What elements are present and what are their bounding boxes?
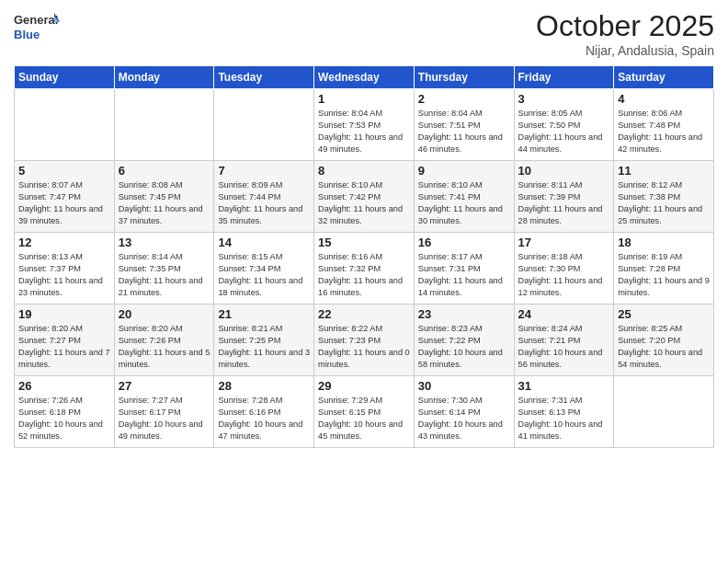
day-info-line: Sunrise: 8:24 AM	[518, 323, 610, 335]
day-info-line: Daylight: 11 hours and 18 minutes.	[218, 275, 310, 299]
day-number: 21	[218, 307, 310, 321]
logo-svg: General Blue	[14, 9, 60, 48]
day-info-line: Sunrise: 8:20 AM	[18, 323, 110, 335]
day-info-line: Sunrise: 8:19 AM	[618, 251, 710, 263]
day-info-line: Sunset: 6:15 PM	[318, 407, 410, 419]
table-row: 24Sunrise: 8:24 AMSunset: 7:21 PMDayligh…	[514, 304, 614, 376]
day-info-line: Sunrise: 7:29 AM	[318, 395, 410, 407]
day-info-line: Sunrise: 7:31 AM	[518, 395, 610, 407]
day-info-line: Daylight: 11 hours and 16 minutes.	[318, 275, 410, 299]
day-info-line: Sunrise: 8:21 AM	[218, 323, 310, 335]
day-info-line: Sunset: 6:16 PM	[218, 407, 310, 419]
table-row	[114, 89, 214, 161]
month-title: October 2025	[536, 9, 714, 43]
day-number: 2	[418, 92, 510, 106]
day-number: 4	[618, 92, 710, 106]
day-info-line: Daylight: 10 hours and 54 minutes.	[618, 347, 710, 371]
table-row: 11Sunrise: 8:12 AMSunset: 7:38 PMDayligh…	[614, 161, 714, 233]
day-info-line: Sunrise: 8:05 AM	[518, 108, 610, 120]
day-number: 12	[18, 236, 110, 249]
day-info-line: Sunset: 7:30 PM	[518, 263, 610, 275]
calendar-week-2: 5Sunrise: 8:07 AMSunset: 7:47 PMDaylight…	[15, 161, 714, 233]
day-info-line: Daylight: 11 hours and 5 minutes.	[119, 347, 210, 371]
day-info-line: Sunrise: 7:30 AM	[418, 395, 510, 407]
table-row: 29Sunrise: 7:29 AMSunset: 6:15 PMDayligh…	[314, 376, 415, 448]
day-info: Sunrise: 7:28 AMSunset: 6:16 PMDaylight:…	[218, 395, 310, 442]
table-row: 30Sunrise: 7:30 AMSunset: 6:14 PMDayligh…	[414, 376, 514, 448]
day-info-line: Sunset: 7:27 PM	[18, 335, 110, 347]
day-info-line: Sunset: 7:41 PM	[418, 191, 510, 203]
day-info-line: Daylight: 11 hours and 30 minutes.	[418, 203, 510, 227]
day-info-line: Daylight: 11 hours and 9 minutes.	[618, 275, 710, 299]
day-info: Sunrise: 7:27 AMSunset: 6:17 PMDaylight:…	[119, 395, 210, 442]
day-info-line: Sunrise: 8:20 AM	[119, 323, 210, 335]
day-number: 28	[218, 379, 310, 393]
day-number: 14	[218, 236, 310, 249]
day-info-line: Sunset: 7:51 PM	[418, 120, 510, 132]
table-row: 28Sunrise: 7:28 AMSunset: 6:16 PMDayligh…	[214, 376, 314, 448]
day-info-line: Sunrise: 8:11 AM	[518, 179, 610, 191]
day-info-line: Daylight: 10 hours and 41 minutes.	[518, 419, 610, 442]
day-info: Sunrise: 7:30 AMSunset: 6:14 PMDaylight:…	[418, 395, 510, 442]
day-info-line: Sunset: 7:42 PM	[318, 191, 410, 203]
day-info-line: Sunset: 7:21 PM	[518, 335, 610, 347]
day-number: 8	[318, 164, 410, 178]
day-info-line: Daylight: 10 hours and 49 minutes.	[119, 419, 210, 442]
calendar-body: 1Sunrise: 8:04 AMSunset: 7:53 PMDaylight…	[15, 89, 714, 448]
day-info-line: Daylight: 11 hours and 12 minutes.	[518, 275, 610, 299]
day-info-line: Sunrise: 8:17 AM	[418, 251, 510, 263]
calendar-page: General Blue October 2025 Nijar, Andalus…	[0, 0, 728, 563]
table-row: 8Sunrise: 8:10 AMSunset: 7:42 PMDaylight…	[314, 161, 415, 233]
day-info-line: Daylight: 11 hours and 23 minutes.	[18, 275, 110, 299]
day-info-line: Daylight: 11 hours and 14 minutes.	[418, 275, 510, 299]
table-row: 12Sunrise: 8:13 AMSunset: 7:37 PMDayligh…	[15, 233, 115, 304]
table-row: 16Sunrise: 8:17 AMSunset: 7:31 PMDayligh…	[414, 233, 514, 304]
table-row: 3Sunrise: 8:05 AMSunset: 7:50 PMDaylight…	[514, 89, 614, 161]
day-number: 11	[618, 164, 710, 178]
day-info: Sunrise: 8:18 AMSunset: 7:30 PMDaylight:…	[518, 251, 610, 299]
header-tuesday: Tuesday	[214, 66, 314, 89]
day-info-line: Sunset: 7:22 PM	[418, 335, 510, 347]
day-info-line: Sunrise: 7:27 AM	[119, 395, 210, 407]
day-number: 22	[318, 307, 410, 321]
day-number: 19	[18, 307, 110, 321]
day-info-line: Sunset: 7:47 PM	[18, 191, 110, 203]
calendar-header-row: Sunday Monday Tuesday Wednesday Thursday…	[15, 66, 714, 89]
day-number: 1	[318, 92, 410, 106]
day-number: 27	[119, 379, 210, 393]
day-info-line: Daylight: 11 hours and 7 minutes.	[18, 347, 110, 371]
day-info: Sunrise: 8:15 AMSunset: 7:34 PMDaylight:…	[218, 251, 310, 299]
day-info-line: Sunset: 7:26 PM	[119, 335, 210, 347]
title-section: October 2025 Nijar, Andalusia, Spain	[536, 9, 714, 58]
table-row: 18Sunrise: 8:19 AMSunset: 7:28 PMDayligh…	[614, 233, 714, 304]
table-row: 27Sunrise: 7:27 AMSunset: 6:17 PMDayligh…	[114, 376, 214, 448]
day-info-line: Sunset: 7:38 PM	[618, 191, 710, 203]
day-number: 18	[618, 236, 710, 249]
day-number: 30	[418, 379, 510, 393]
day-info: Sunrise: 7:31 AMSunset: 6:13 PMDaylight:…	[518, 395, 610, 442]
day-number: 9	[418, 164, 510, 178]
header-monday: Monday	[114, 66, 214, 89]
table-row: 13Sunrise: 8:14 AMSunset: 7:35 PMDayligh…	[114, 233, 214, 304]
day-info-line: Sunrise: 8:16 AM	[318, 251, 410, 263]
header: General Blue October 2025 Nijar, Andalus…	[14, 9, 714, 58]
day-number: 13	[119, 236, 210, 249]
day-info-line: Sunset: 7:50 PM	[518, 120, 610, 132]
day-info: Sunrise: 7:26 AMSunset: 6:18 PMDaylight:…	[18, 395, 110, 442]
day-info-line: Sunset: 7:31 PM	[418, 263, 510, 275]
svg-text:Blue: Blue	[14, 28, 40, 41]
day-info-line: Sunrise: 8:04 AM	[318, 108, 410, 120]
table-row: 21Sunrise: 8:21 AMSunset: 7:25 PMDayligh…	[214, 304, 314, 376]
day-number: 5	[18, 164, 110, 178]
day-info: Sunrise: 8:08 AMSunset: 7:45 PMDaylight:…	[119, 179, 210, 227]
table-row: 15Sunrise: 8:16 AMSunset: 7:32 PMDayligh…	[314, 233, 415, 304]
day-info-line: Sunset: 7:53 PM	[318, 120, 410, 132]
day-info-line: Sunrise: 7:28 AM	[218, 395, 310, 407]
day-info: Sunrise: 8:10 AMSunset: 7:41 PMDaylight:…	[418, 179, 510, 227]
table-row	[15, 89, 115, 161]
day-info-line: Sunset: 7:32 PM	[318, 263, 410, 275]
day-info-line: Sunrise: 8:14 AM	[119, 251, 210, 263]
day-info-line: Sunset: 7:25 PM	[218, 335, 310, 347]
day-info-line: Sunrise: 8:22 AM	[318, 323, 410, 335]
day-info: Sunrise: 8:20 AMSunset: 7:27 PMDaylight:…	[18, 323, 110, 371]
